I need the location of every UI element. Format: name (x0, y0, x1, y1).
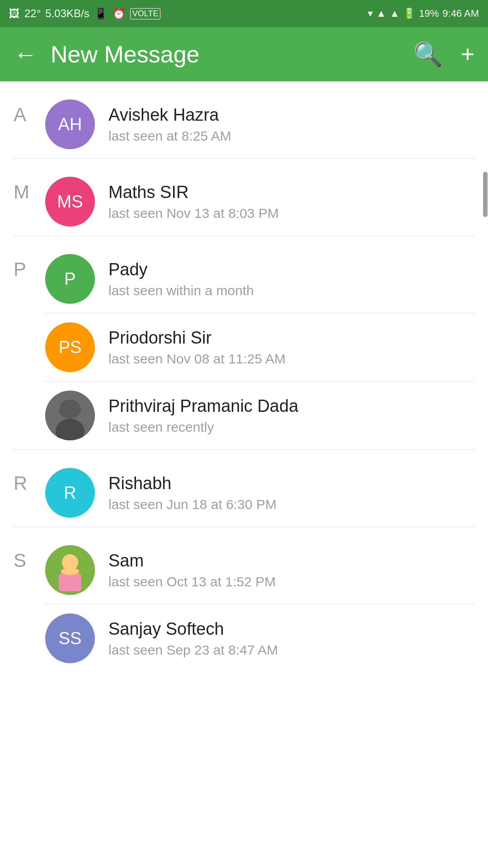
section-contacts-a: AHAvishek Hazralast seen at 8:25 AM (45, 90, 474, 158)
alarm-icon: ⏰ (112, 7, 126, 20)
contact-name-avishek-hazra: Avishek Hazra (108, 105, 461, 125)
volte-badge: VOLTE (130, 8, 161, 19)
app-bar-actions: 🔍 + (413, 41, 474, 68)
scrollbar-thumb[interactable] (483, 172, 488, 217)
contact-item-sam[interactable]: Samlast seen Oct 13 at 1:52 PM (45, 536, 474, 604)
contact-info-sanjay-softech: Sanjay Softechlast seen Sep 23 at 8:47 A… (108, 619, 461, 658)
section-letter-s: S (14, 550, 45, 571)
avatar-sam (45, 545, 95, 595)
contact-item-avishek-hazra[interactable]: AHAvishek Hazralast seen at 8:25 AM (45, 90, 474, 158)
contact-status-rishabh: last seen Jun 18 at 6:30 PM (108, 497, 461, 512)
avatar-sanjay-softech: SS (45, 613, 95, 663)
svg-rect-6 (59, 573, 81, 591)
contact-item-prithviraj-pramanic-dada[interactable]: Prithviraj Pramanic Dadalast seen recent… (45, 382, 474, 449)
avatar-prithviraj-pramanic-dada (45, 391, 95, 440)
contact-info-maths-sir: Maths SIRlast seen Nov 13 at 8:03 PM (108, 183, 461, 221)
contact-info-prithviraj-pramanic-dada: Prithviraj Pramanic Dadalast seen recent… (108, 396, 461, 435)
contact-info-rishabh: Rishabhlast seen Jun 18 at 6:30 PM (108, 474, 461, 512)
contact-status-maths-sir: last seen Nov 13 at 8:03 PM (108, 206, 461, 221)
contact-item-maths-sir[interactable]: MSMaths SIRlast seen Nov 13 at 8:03 PM (45, 168, 474, 236)
contact-info-pady: Padylast seen within a month (108, 260, 461, 298)
section-letter-r: R (14, 472, 45, 494)
contact-info-sam: Samlast seen Oct 13 at 1:52 PM (108, 551, 461, 590)
section-contacts-r: RRishabhlast seen Jun 18 at 6:30 PM (45, 459, 474, 527)
section-p: PPPadylast seen within a monthPSPriodors… (0, 236, 488, 449)
image-icon: 🖼 (9, 7, 20, 20)
contact-name-rishabh: Rishabh (108, 474, 461, 493)
section-contacts-s: Samlast seen Oct 13 at 1:52 PMSSSanjay S… (45, 536, 474, 672)
contact-name-maths-sir: Maths SIR (108, 183, 461, 202)
scrollbar-track[interactable] (483, 81, 488, 443)
wifi-icon: ▾ (368, 8, 373, 19)
contact-name-sam: Sam (108, 551, 461, 571)
contact-item-sanjay-softech[interactable]: SSSanjay Softechlast seen Sep 23 at 8:47… (45, 604, 474, 672)
avatar-priodorshi-sir: PS (45, 322, 95, 372)
contact-name-priodorshi-sir: Priodorshi Sir (108, 328, 461, 348)
add-button[interactable]: + (461, 41, 474, 68)
temperature: 22° (24, 7, 41, 20)
section-m: MMSMaths SIRlast seen Nov 13 at 8:03 PM (0, 159, 488, 236)
status-right: ▾ ▲ ▲ 🔋 19% 9:46 AM (368, 8, 479, 19)
contact-status-prithviraj-pramanic-dada: last seen recently (108, 420, 461, 435)
time: 9:46 AM (442, 8, 479, 19)
section-letter-a: A (14, 104, 45, 126)
contact-name-prithviraj-pramanic-dada: Prithviraj Pramanic Dada (108, 396, 461, 416)
status-left: 🖼 22° 5.03KB/s 📱 ⏰ VOLTE (9, 7, 160, 20)
signal2-icon: ▲ (389, 8, 399, 19)
svg-point-7 (61, 568, 79, 575)
contact-item-rishabh[interactable]: RRishabhlast seen Jun 18 at 6:30 PM (45, 459, 474, 527)
phone-icon: 📱 (94, 7, 108, 20)
contact-status-pady: last seen within a month (108, 283, 461, 298)
contact-status-priodorshi-sir: last seen Nov 08 at 11:25 AM (108, 351, 461, 367)
avatar-maths-sir: MS (45, 177, 95, 226)
contact-info-avishek-hazra: Avishek Hazralast seen at 8:25 AM (108, 105, 461, 144)
battery-level: 19% (419, 8, 439, 19)
page-title: New Message (51, 41, 400, 68)
section-letter-m: M (14, 181, 45, 203)
back-button[interactable]: ← (14, 41, 37, 68)
section-contacts-p: PPadylast seen within a monthPSPriodorsh… (45, 245, 474, 449)
section-contacts-m: MSMaths SIRlast seen Nov 13 at 8:03 PM (45, 168, 474, 236)
network-speed: 5.03KB/s (45, 7, 89, 20)
avatar-avishek-hazra: AH (45, 99, 95, 149)
contact-name-pady: Pady (108, 260, 461, 279)
section-r: RRRishabhlast seen Jun 18 at 6:30 PM (0, 450, 488, 527)
contact-status-sanjay-softech: last seen Sep 23 at 8:47 AM (108, 642, 461, 658)
contact-name-sanjay-softech: Sanjay Softech (108, 619, 461, 639)
section-s: S Samlast seen Oct 13 at 1:52 PMSSSanjay… (0, 527, 488, 672)
avatar-rishabh: R (45, 468, 95, 518)
battery-icon: 🔋 (403, 8, 415, 19)
signal-icon: ▲ (376, 8, 386, 19)
status-bar: 🖼 22° 5.03KB/s 📱 ⏰ VOLTE ▾ ▲ ▲ 🔋 19% 9:4… (0, 0, 488, 27)
avatar-pady: P (45, 254, 95, 304)
contact-info-priodorshi-sir: Priodorshi Sirlast seen Nov 08 at 11:25 … (108, 328, 461, 367)
section-a: AAHAvishek Hazralast seen at 8:25 AM (0, 81, 488, 158)
contact-list: AAHAvishek Hazralast seen at 8:25 AMMMSM… (0, 81, 488, 672)
app-bar: ← New Message 🔍 + (0, 27, 488, 81)
contact-item-pady[interactable]: PPadylast seen within a month (45, 245, 474, 313)
contact-item-priodorshi-sir[interactable]: PSPriodorshi Sirlast seen Nov 08 at 11:2… (45, 313, 474, 382)
contact-status-avishek-hazra: last seen at 8:25 AM (108, 128, 461, 144)
section-letter-p: P (14, 259, 45, 280)
search-button[interactable]: 🔍 (413, 41, 443, 68)
contact-status-sam: last seen Oct 13 at 1:52 PM (108, 574, 461, 590)
